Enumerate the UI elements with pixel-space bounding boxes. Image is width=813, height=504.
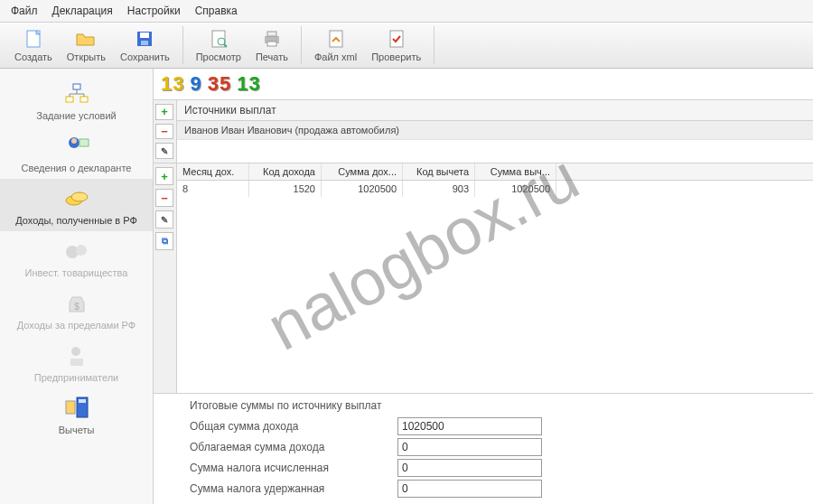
xml-file-icon <box>325 28 347 50</box>
income-table-panel: + − ✎ ⧉ Месяц дох. Код дохода Сумма дох.… <box>154 163 813 393</box>
sidebar: Задание условий Сведения о декларанте До… <box>0 69 154 504</box>
sidebar-item-label: Предприниматели <box>34 372 118 383</box>
sidebar-item-label: Доходы, полученные в РФ <box>15 215 137 226</box>
rate-35[interactable]: 35 <box>208 72 231 96</box>
total-income-field[interactable]: 1020500 <box>397 417 542 435</box>
svg-rect-21 <box>79 139 89 146</box>
add-income-button[interactable]: + <box>155 167 173 185</box>
svg-rect-9 <box>267 42 276 46</box>
menu-settings[interactable]: Настройки <box>124 3 184 19</box>
cell-sum: 1020500 <box>322 181 403 197</box>
total-income-label: Общая сумма дохода <box>190 420 397 433</box>
svg-rect-29 <box>66 401 75 414</box>
svg-rect-11 <box>390 31 403 47</box>
check-button[interactable]: Проверить <box>364 26 428 64</box>
open-button[interactable]: Открыть <box>60 26 113 64</box>
save-button[interactable]: Сохранить <box>113 26 177 64</box>
tax-withheld-field[interactable]: 0 <box>397 480 542 498</box>
toolbar: Создать Открыть Сохранить Просмотр Печ <box>0 23 813 69</box>
print-button[interactable]: Печать <box>248 26 295 64</box>
svg-rect-14 <box>80 97 88 102</box>
svg-rect-8 <box>267 32 276 36</box>
create-button[interactable]: Создать <box>7 26 60 64</box>
source-row[interactable]: Иванов Иван Иванович (продажа автомобиля… <box>177 121 813 140</box>
col-deduct-sum[interactable]: Сумма выч... <box>475 163 556 180</box>
briefcase-person-icon <box>62 341 91 370</box>
sidebar-item-label: Доходы за пределами РФ <box>17 320 136 331</box>
sidebar-item-entrepreneur[interactable]: Предприниматели <box>0 336 153 388</box>
add-source-button[interactable]: + <box>155 104 173 120</box>
xml-button[interactable]: Файл xml <box>307 26 364 64</box>
sidebar-item-label: Сведения о декларанте <box>22 163 132 173</box>
copy-income-button[interactable]: ⧉ <box>155 232 173 250</box>
menu-help[interactable]: Справка <box>192 3 241 19</box>
calculator-icon <box>62 394 91 423</box>
rate-strip: 13 9 35 13 <box>154 69 813 100</box>
svg-rect-13 <box>66 97 73 102</box>
svg-point-25 <box>76 245 87 256</box>
cell-month: 8 <box>177 181 249 197</box>
cell-deduct-sum: 1020500 <box>475 181 556 197</box>
sources-header: Источники выплат <box>177 100 813 121</box>
hierarchy-icon <box>62 79 91 108</box>
col-code[interactable]: Код дохода <box>249 163 322 180</box>
totals-panel: Итоговые суммы по источнику выплат Общая… <box>154 393 813 504</box>
cell-deduct-code: 903 <box>403 181 475 197</box>
svg-rect-2 <box>140 33 149 38</box>
totals-title: Итоговые суммы по источнику выплат <box>190 399 777 412</box>
folder-open-icon <box>75 28 97 50</box>
edit-income-button[interactable]: ✎ <box>155 210 173 229</box>
svg-rect-28 <box>70 359 83 366</box>
taxable-income-label: Облагаемая сумма дохода <box>190 441 397 453</box>
svg-point-20 <box>71 138 77 144</box>
sidebar-item-label: Вычеты <box>59 425 95 435</box>
sidebar-item-label: Задание условий <box>36 110 116 121</box>
sidebar-item-deductions[interactable]: Вычеты <box>0 388 153 441</box>
rate-9[interactable]: 9 <box>190 72 201 96</box>
tax-calculated-label: Сумма налога исчисленная <box>190 462 397 474</box>
new-file-icon <box>23 28 44 50</box>
sidebar-item-conditions[interactable]: Задание условий <box>0 74 153 126</box>
main-panel: 13 9 35 13 + − ✎ Источники выплат Иванов… <box>154 69 813 504</box>
svg-text:$: $ <box>74 302 79 312</box>
edit-source-button[interactable]: ✎ <box>155 143 173 159</box>
money-bag-icon: $ <box>62 289 91 318</box>
remove-source-button[interactable]: − <box>155 124 173 140</box>
preview-button[interactable]: Просмотр <box>189 26 248 64</box>
svg-rect-3 <box>141 41 148 45</box>
menu-bar: Файл Декларация Настройки Справка <box>0 0 813 23</box>
sidebar-item-declarant[interactable]: Сведения о декларанте <box>0 126 153 179</box>
printer-icon <box>261 28 283 50</box>
check-icon <box>386 28 407 50</box>
svg-point-27 <box>71 347 80 356</box>
cell-code: 1520 <box>249 181 322 197</box>
rate-13-alt[interactable]: 13 <box>237 72 260 96</box>
sidebar-item-label: Инвест. товарищества <box>25 267 128 278</box>
tax-calculated-field[interactable]: 0 <box>397 459 542 477</box>
floppy-icon <box>134 28 155 50</box>
col-sum[interactable]: Сумма дох... <box>322 163 403 180</box>
col-month[interactable]: Месяц дох. <box>177 163 249 180</box>
rate-13[interactable]: 13 <box>161 72 184 96</box>
sidebar-item-income-rf[interactable]: Доходы, полученные в РФ <box>0 179 153 231</box>
people-icon <box>62 237 91 266</box>
income-row[interactable]: 8 1520 1020500 903 1020500 <box>177 181 813 197</box>
income-table-header: Месяц дох. Код дохода Сумма дох... Код в… <box>177 163 813 181</box>
sidebar-item-invest[interactable]: Инвест. товарищества <box>0 231 153 284</box>
svg-rect-31 <box>79 399 86 403</box>
coins-icon <box>62 184 91 213</box>
menu-file[interactable]: Файл <box>7 3 42 19</box>
svg-point-23 <box>71 192 88 201</box>
col-deduct-code[interactable]: Код вычета <box>403 163 475 180</box>
svg-rect-12 <box>73 84 80 89</box>
person-card-icon <box>62 132 91 161</box>
preview-icon <box>208 28 229 50</box>
sidebar-item-income-abroad[interactable]: $ Доходы за пределами РФ <box>0 284 153 336</box>
taxable-income-field[interactable]: 0 <box>397 438 542 456</box>
tax-withheld-label: Сумма налога удержанная <box>190 482 397 495</box>
menu-declaration[interactable]: Декларация <box>49 3 117 19</box>
remove-income-button[interactable]: − <box>155 189 173 207</box>
sources-panel: + − ✎ Источники выплат Иванов Иван Ивано… <box>154 100 813 163</box>
